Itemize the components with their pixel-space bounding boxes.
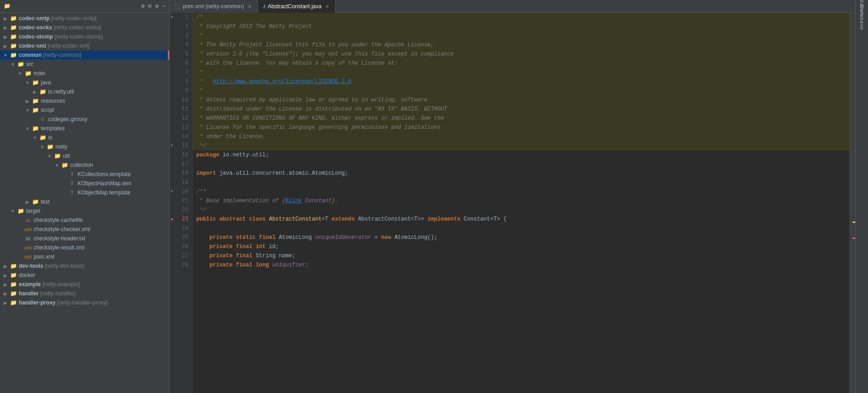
tree-item-netty-folder[interactable]: ▼📁netty — [0, 142, 169, 151]
code-segment[interactable]: http://www.apache.org/licenses/LICENSE-2… — [213, 78, 351, 85]
layout-icon[interactable]: ⊟ — [148, 3, 151, 10]
line-number-text-7: 7 — [185, 69, 188, 76]
tree-arrow-java[interactable]: ▼ — [24, 80, 31, 85]
right-gutter[interactable] — [850, 13, 855, 393]
tree-item-main[interactable]: ▼📁main — [0, 69, 169, 78]
code-segment: uniquifier; — [272, 262, 309, 268]
code-segment: implements — [427, 216, 464, 222]
code-segment: int — [256, 244, 269, 250]
tree-item-util-folder[interactable]: ▼📁util — [0, 151, 169, 161]
code-segment: * distributed under the License is distr… — [196, 106, 447, 112]
tree-item-handler[interactable]: ▶📁handler [netty-handler] — [0, 289, 169, 298]
fold-icon-20[interactable]: ▼ — [171, 189, 173, 194]
tree-arrow-util-folder[interactable]: ▼ — [46, 154, 53, 159]
tree-item-pom-xml-file[interactable]: xmlpom.xml — [0, 252, 169, 261]
tree-icon-codegen-groovy: G — [39, 117, 47, 122]
tree-arrow-common[interactable]: ▼ — [2, 53, 9, 58]
close-icon[interactable]: — — [162, 3, 166, 10]
tree-arrow-target[interactable]: ▼ — [9, 209, 17, 214]
tree-arrow-resources[interactable]: ▶ — [24, 99, 31, 104]
tree-item-example[interactable]: ▶📁example [netty-example] — [0, 280, 169, 289]
code-line-22: */ — [193, 205, 850, 215]
tree-arrow-io-folder[interactable]: ▼ — [31, 135, 39, 140]
code-line-5: * version 2.0 (the "License"); you may n… — [193, 50, 850, 59]
line-num-28: 28 — [170, 260, 192, 270]
tree-item-templates[interactable]: ▼📁templates — [0, 124, 169, 133]
tree-label-netty-folder: netty — [55, 144, 67, 150]
tree-arrow-main[interactable]: ▼ — [17, 71, 24, 76]
tree-item-java[interactable]: ▼📁java — [0, 78, 169, 87]
tree-icon-collection-folder: 📁 — [61, 162, 69, 168]
tree-item-codec-smtp[interactable]: ▶📁codec-smtp [netty-codec-smtp] — [0, 14, 169, 23]
tree-arrow-codec-smtp[interactable]: ▶ — [2, 16, 9, 21]
tree-item-target[interactable]: ▼📁target — [0, 206, 169, 216]
tree-item-checkstyle-checker[interactable]: xmlcheckstyle-checker.xml — [0, 225, 169, 234]
tree-item-test[interactable]: ▶📁test — [0, 197, 169, 206]
code-segment[interactable]: @link — [285, 198, 302, 204]
tree-arrow-example[interactable]: ▶ — [2, 282, 9, 287]
settings-icon[interactable]: ⚙ — [141, 3, 144, 10]
fold-icon-1[interactable]: ▼ — [171, 15, 173, 20]
tree-item-checkstyle-cachefile[interactable]: cscheckstyle-cachefile — [0, 216, 169, 225]
database-tool[interactable]: Database — [857, 13, 867, 23]
tree-item-docker[interactable]: ▶📁docker — [0, 271, 169, 280]
tree-item-resources[interactable]: ▶📁resources — [0, 96, 169, 105]
tab-pom-close[interactable]: ✕ — [246, 3, 253, 10]
tree-label-example: example [netty-example] — [19, 281, 80, 288]
code-line-9: * — [193, 86, 850, 95]
tree-arrow-handler-proxy[interactable]: ▶ — [2, 300, 9, 305]
tree-arrow-templates[interactable]: ▼ — [24, 126, 31, 131]
tree-item-script[interactable]: ▼📁script — [0, 105, 169, 115]
tree-item-kobjecthashmap-template[interactable]: TKObjectHashMap.tem — [0, 179, 169, 188]
code-line-2: * Copyright 2012 The Netty Project — [193, 22, 850, 31]
code-content[interactable]: /* * Copyright 2012 The Netty Project * … — [193, 13, 850, 393]
tree-item-checkstyle-header[interactable]: txtcheckstyle-header.txt — [0, 234, 169, 243]
tree-icon-kobjecthashmap-template: T — [68, 181, 76, 186]
code-line-19 — [193, 178, 850, 187]
breakpoint-dot-23[interactable]: ● — [171, 217, 173, 222]
tree-arrow-handler[interactable]: ▶ — [2, 291, 9, 296]
tree-item-kcollections-template[interactable]: TKCollections.template — [0, 170, 169, 179]
tree-arrow-script[interactable]: ▼ — [24, 108, 31, 113]
line-num-16: 16 — [170, 150, 192, 160]
fold-icon-15[interactable]: ▼ — [171, 144, 173, 148]
tree-item-io-netty-util[interactable]: ▶📁io.netty.util — [0, 87, 169, 96]
tree-item-handler-proxy[interactable]: ▶📁handler-proxy [netty-handler-proxy] — [0, 298, 169, 307]
tree-item-common[interactable]: ▼📁common [netty-common] — [0, 50, 169, 60]
tree-item-collection-folder[interactable]: ▼📁collection — [0, 161, 169, 170]
tree-item-codegen-groovy[interactable]: Gcodegen.groovy — [0, 115, 169, 124]
tree-arrow-codec-socks[interactable]: ▶ — [2, 25, 9, 30]
code-segment: private — [210, 234, 236, 241]
tree-item-checkstyle-result[interactable]: xmlcheckstyle-result.xml — [0, 243, 169, 252]
tree-item-codec-socks[interactable]: ▶📁codec-socks [netty-codec-socks] — [0, 23, 169, 32]
tree-arrow-test[interactable]: ▶ — [24, 199, 31, 205]
code-line-7: * — [193, 68, 850, 77]
tree-arrow-netty-folder[interactable]: ▼ — [39, 144, 46, 149]
tree-arrow-collection-folder[interactable]: ▼ — [53, 163, 61, 168]
tree-icon-java: 📁 — [31, 79, 39, 86]
code-segment: AtomicLong — [279, 234, 315, 241]
gear-icon[interactable]: ⚙ — [155, 3, 159, 10]
tree-arrow-io-netty-util[interactable]: ▶ — [31, 89, 39, 94]
tree-item-io-folder[interactable]: ▼📁io — [0, 133, 169, 142]
tree-label-io-folder: io — [48, 134, 52, 141]
tab-abstract-close[interactable]: ✕ — [324, 3, 331, 10]
line-num-2: 2 — [170, 22, 192, 31]
tree-icon-script: 📁 — [31, 107, 39, 113]
tree-item-dev-tools[interactable]: ▶📁dev-tools [netty-dev-tools] — [0, 261, 169, 271]
code-segment: class — [249, 216, 269, 222]
tree-arrow-dev-tools[interactable]: ▶ — [2, 264, 9, 269]
tree-arrow-codec-stomp[interactable]: ▶ — [2, 34, 9, 39]
code-line-11: * distributed under the License is distr… — [193, 105, 850, 114]
tree-item-kobjectmap-template[interactable]: TKObjectMap.template — [0, 188, 169, 197]
tree-item-src[interactable]: ▼📁src — [0, 60, 169, 69]
tree-item-codec-stomp[interactable]: ▶📁codec-stomp [netty-codec-stomp] — [0, 32, 169, 41]
tab-abstract-constant[interactable]: J AbstractConstant.java ✕ — [258, 0, 336, 13]
tab-pom-xml[interactable]: ⬛ pom.xml (netty-common) ✕ — [170, 0, 258, 13]
tree-item-codec-xml[interactable]: ▶📁codec-xml [netty-codec-xml] — [0, 41, 169, 50]
tree-arrow-src[interactable]: ▼ — [9, 62, 17, 67]
code-segment: * — [196, 88, 203, 94]
tree-arrow-codec-xml[interactable]: ▶ — [2, 44, 9, 49]
tree-arrow-docker[interactable]: ▶ — [2, 273, 9, 278]
code-segment: Constant<T> { — [464, 216, 507, 222]
